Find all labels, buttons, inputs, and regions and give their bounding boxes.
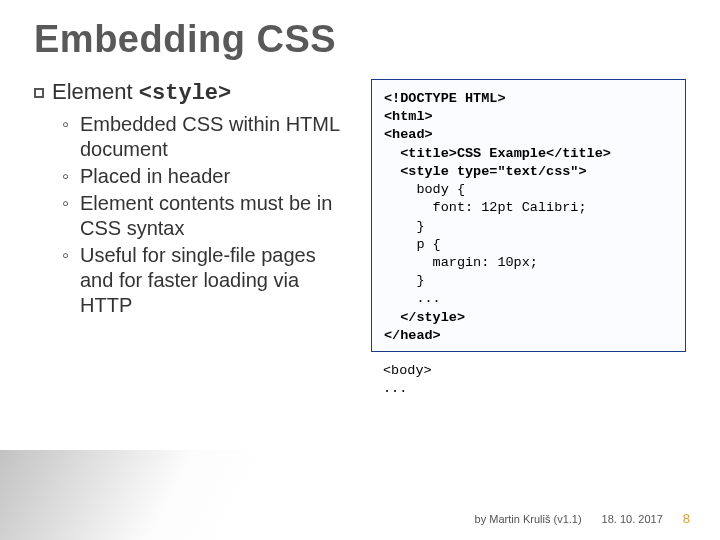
- subbullet-list: Embedded CSS within HTML document Placed…: [34, 112, 349, 318]
- code-example-box: <!DOCTYPE HTML> <html> <head> <title>CSS…: [371, 79, 686, 352]
- slide-title: Embedding CSS: [34, 18, 686, 61]
- right-column: <!DOCTYPE HTML> <html> <head> <title>CSS…: [371, 79, 686, 399]
- footer-author: by Martin Kruliš (v1.1): [475, 513, 582, 525]
- subbullet-item: Embedded CSS within HTML document: [66, 112, 349, 162]
- code-line: <!DOCTYPE HTML>: [384, 91, 506, 106]
- left-column: Element <style> Embedded CSS within HTML…: [34, 79, 349, 399]
- footer-date: 18. 10. 2017: [602, 513, 663, 525]
- bullet-prefix: Element: [52, 79, 133, 104]
- code-line: </style>: [384, 310, 465, 325]
- code-line: margin: 10px;: [384, 255, 538, 270]
- code-line: </title>: [546, 146, 611, 161]
- code-line: CSS Example: [457, 146, 546, 161]
- code-line: <body>: [383, 363, 432, 378]
- code-line: <head>: [384, 127, 433, 142]
- bullet-element: Element <style>: [34, 79, 349, 106]
- subbullet-item: Element contents must be in CSS syntax: [66, 191, 349, 241]
- code-example-continuation: <body> ...: [371, 362, 686, 398]
- slide: Embedding CSS Element <style> Embedded C…: [0, 0, 720, 540]
- content-columns: Element <style> Embedded CSS within HTML…: [34, 79, 686, 399]
- bullet-code: <style>: [139, 81, 231, 106]
- subbullet-item: Useful for single-file pages and for fas…: [66, 243, 349, 318]
- code-line: <style type="text/css">: [384, 164, 587, 179]
- square-bullet-icon: [34, 88, 44, 98]
- code-line: p {: [384, 237, 441, 252]
- page-number: 8: [683, 511, 690, 526]
- decorative-wedge: [0, 450, 278, 540]
- code-line: body {: [384, 182, 465, 197]
- code-line: ...: [383, 381, 407, 396]
- slide-footer: by Martin Kruliš (v1.1) 18. 10. 2017 8: [0, 511, 720, 526]
- code-line: font: 12pt Calibri;: [384, 200, 587, 215]
- code-line: }: [384, 219, 425, 234]
- subbullet-item: Placed in header: [66, 164, 349, 189]
- code-line: </head>: [384, 328, 441, 343]
- code-line: <title>: [384, 146, 457, 161]
- code-line: }: [384, 273, 425, 288]
- code-line: ...: [384, 291, 441, 306]
- code-line: <html>: [384, 109, 433, 124]
